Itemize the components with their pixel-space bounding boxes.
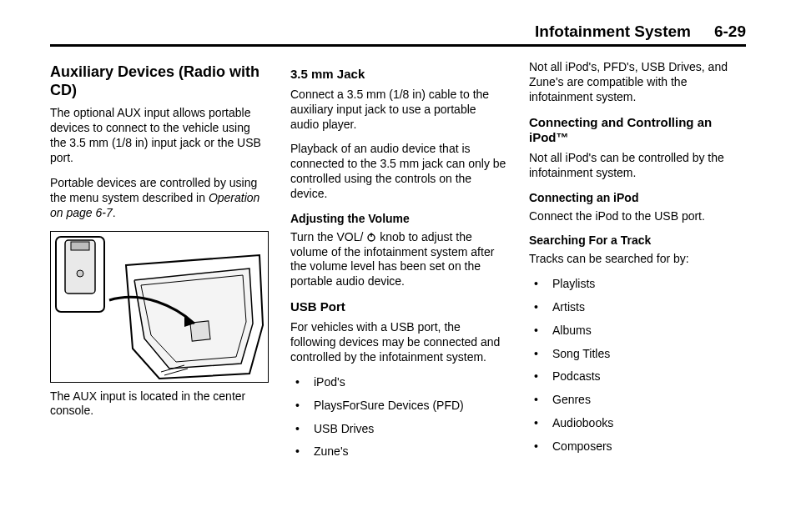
body-text: The optional AUX input allows portable d… (50, 106, 269, 166)
body-text: Tracks can be searched for by: (529, 252, 746, 267)
body-text: Playback of an audio device that is conn… (290, 142, 507, 202)
svg-rect-2 (71, 242, 89, 250)
body-text: Portable devices are controlled by using… (50, 176, 269, 221)
list-item: Zune's (290, 444, 507, 459)
content-columns: Auxiliary Devices (Radio with CD) The op… (50, 60, 746, 509)
body-text: Connect the iPod to the USB port. (529, 209, 746, 224)
page-number: 6-29 (714, 23, 746, 39)
body-text: Connect a 3.5 mm (1/8 in) cable to the a… (290, 88, 507, 133)
subheading: USB Port (290, 299, 507, 315)
body-text: Not all iPod's can be controlled by the … (529, 151, 746, 181)
body-text: Not all iPod's, PFD's, USB Drives, and Z… (529, 60, 746, 105)
usb-device-list: iPod'sPlaysForSure Devices (PFD)USB Driv… (290, 375, 507, 460)
manual-page: Infotainment System 6-29 Auxiliary Devic… (0, 0, 796, 532)
list-item: Albums (529, 324, 746, 339)
list-item: iPod's (290, 375, 507, 390)
body-text: Turn the VOL/ knob to adjust the volume … (290, 230, 507, 290)
power-icon (366, 231, 376, 241)
list-item: Podcasts (529, 369, 746, 384)
list-item: Song Titles (529, 347, 746, 362)
column-3: Not all iPod's, PFD's, USB Drives, and Z… (529, 60, 746, 509)
subheading: Connecting an iPod (529, 191, 746, 206)
list-item: Genres (529, 393, 746, 408)
running-head: Infotainment System 6-29 (50, 23, 746, 43)
list-item: Composers (529, 439, 746, 454)
subheading: Connecting and Controlling an iPod™ (529, 115, 746, 147)
svg-point-3 (77, 270, 83, 277)
console-illustration (51, 232, 268, 382)
subheading: Searching For a Track (529, 233, 746, 248)
list-item: Audiobooks (529, 416, 746, 431)
figure-caption: The AUX input is located in the center c… (50, 389, 269, 419)
section-title: Infotainment System (535, 23, 691, 39)
topic-heading: Auxiliary Devices (Radio with CD) (50, 63, 269, 99)
column-1: Auxiliary Devices (Radio with CD) The op… (50, 60, 269, 509)
body-text: For vehicles with a USB port, the follow… (290, 320, 507, 365)
list-item: Artists (529, 300, 746, 315)
column-2: 3.5 mm Jack Connect a 3.5 mm (1/8 in) ca… (290, 60, 507, 509)
search-by-list: PlaylistsArtistsAlbumsSong TitlesPodcast… (529, 277, 746, 454)
subheading: 3.5 mm Jack (290, 67, 507, 83)
header-rule (50, 44, 746, 47)
aux-location-figure (50, 231, 269, 383)
subheading: Adjusting the Volume (290, 212, 507, 227)
list-item: USB Drives (290, 422, 507, 437)
list-item: Playlists (529, 277, 746, 292)
list-item: PlaysForSure Devices (PFD) (290, 399, 507, 414)
